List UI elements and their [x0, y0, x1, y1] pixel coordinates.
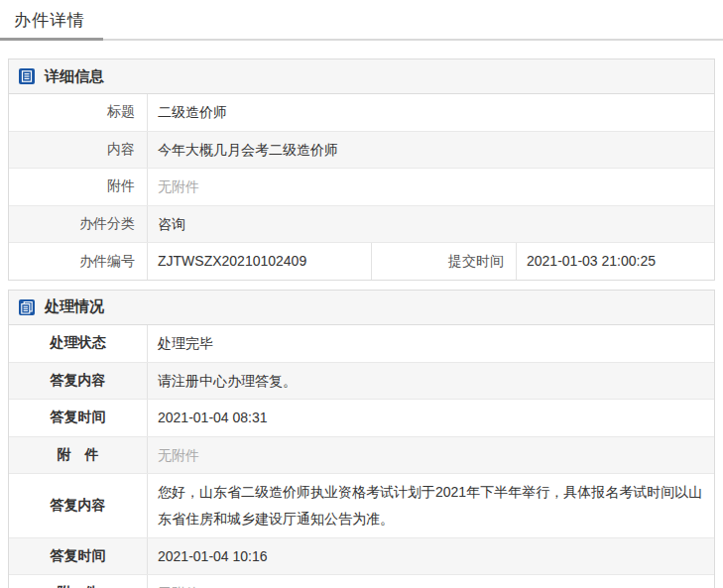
- row-label: 办件编号: [9, 243, 148, 280]
- detail-info-body: 标题 二级造价师 内容 今年大概几月会考二级造价师 附件 无附件 办件分类 咨询…: [9, 94, 714, 280]
- row-label: 附 件: [9, 437, 148, 474]
- table-row: 答复时间 2021-01-04 10:16: [9, 537, 714, 575]
- table-row: 答复内容 您好，山东省二级造价师执业资格考试计划于2021年下半年举行，具体报名…: [9, 473, 714, 536]
- row-value: 今年大概几月会考二级造价师: [148, 132, 714, 169]
- active-tab-underline: [0, 38, 103, 41]
- row-value-no-attachment: 无附件: [148, 575, 714, 588]
- row-label: 办件分类: [9, 206, 148, 243]
- row-value-no-attachment: 无附件: [148, 169, 714, 205]
- row-value-reply-time: 2021-01-04 08:31: [148, 400, 714, 436]
- process-status-body: 处理状态 处理完毕 答复内容 请注册中心办理答复。 答复时间 2021-01-0…: [9, 325, 714, 588]
- table-row: 内容 今年大概几月会考二级造价师: [9, 131, 714, 169]
- detail-info-section: 详细信息 标题 二级造价师 内容 今年大概几月会考二级造价师 附件 无附件 办件…: [8, 59, 715, 281]
- row-value-no-attachment: 无附件: [148, 437, 714, 474]
- table-row: 处理状态 处理完毕: [9, 325, 714, 362]
- row-value-reply-content: 请注册中心办理答复。: [148, 363, 714, 400]
- row-label-submit-time: 提交时间: [371, 243, 517, 280]
- section-title: 详细信息: [45, 67, 104, 86]
- row-label: 答复内容: [9, 363, 148, 400]
- titlebar: 办件详情: [0, 0, 723, 41]
- page-title[interactable]: 办件详情: [14, 11, 85, 30]
- section-title: 处理情况: [45, 297, 104, 316]
- row-label: 标题: [9, 94, 148, 131]
- table-row: 办件编号 ZJTWSZX20210102409 提交时间 2021-01-03 …: [9, 242, 714, 280]
- process-status-section: 处理情况 处理状态 处理完毕 答复内容 请注册中心办理答复。 答复时间 2021…: [8, 290, 715, 588]
- table-row: 附 件 无附件: [9, 436, 714, 474]
- row-label: 处理状态: [9, 325, 148, 362]
- table-row: 附 件 无附件: [9, 574, 714, 588]
- detail-info-header: 详细信息: [9, 59, 714, 94]
- row-label: 附 件: [9, 575, 148, 588]
- table-row: 答复时间 2021-01-04 08:31: [9, 399, 714, 436]
- table-row: 标题 二级造价师: [9, 94, 714, 131]
- row-label: 内容: [9, 132, 148, 169]
- table-row: 答复内容 请注册中心办理答复。: [9, 362, 714, 400]
- row-value-process-state: 处理完毕: [148, 325, 714, 362]
- row-label: 答复时间: [9, 400, 148, 436]
- row-label: 答复内容: [9, 474, 148, 536]
- row-value: 二级造价师: [148, 94, 714, 131]
- row-label: 答复时间: [9, 538, 148, 575]
- document-list-icon: [19, 68, 35, 84]
- table-row: 附件 无附件: [9, 168, 714, 205]
- row-value-reply-time: 2021-01-04 10:16: [148, 538, 714, 575]
- table-row: 办件分类 咨询: [9, 205, 714, 243]
- row-label: 附件: [9, 169, 148, 205]
- process-status-header: 处理情况: [9, 291, 714, 325]
- row-value-case-number: ZJTWSZX20210102409: [148, 243, 371, 280]
- row-value-submit-time: 2021-01-03 21:00:25: [517, 243, 714, 280]
- row-value: 咨询: [148, 206, 714, 243]
- row-value-reply-content: 您好，山东省二级造价师执业资格考试计划于2021年下半年举行，具体报名考试时间以…: [148, 474, 714, 536]
- documents-stack-icon: [19, 299, 35, 315]
